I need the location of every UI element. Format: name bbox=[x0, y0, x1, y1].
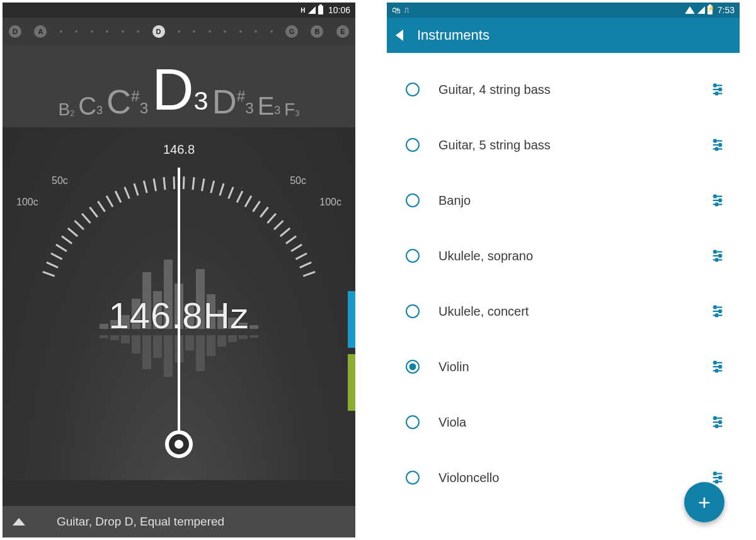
meter-tick bbox=[236, 191, 243, 203]
string-gap-dot bbox=[193, 30, 195, 33]
string-gap-dot bbox=[60, 30, 62, 33]
meter-tick bbox=[303, 271, 316, 277]
svg-rect-40 bbox=[719, 421, 721, 423]
svg-rect-41 bbox=[716, 425, 718, 428]
radio-button[interactable] bbox=[406, 83, 420, 96]
needle-pivot bbox=[165, 430, 193, 458]
meter-tick bbox=[115, 191, 122, 203]
instrument-label: Viola bbox=[438, 415, 711, 430]
svg-rect-4 bbox=[719, 88, 721, 91]
tune-icon[interactable] bbox=[711, 193, 724, 207]
instrument-row[interactable]: Ukulele, concert bbox=[387, 284, 740, 339]
radio-button[interactable] bbox=[406, 471, 420, 485]
cent-label-right-50: 50c bbox=[290, 175, 306, 187]
note-adjacent[interactable]: E3 bbox=[258, 93, 281, 118]
page-title: Instruments bbox=[417, 27, 490, 43]
radio-button[interactable] bbox=[406, 249, 420, 263]
plus-icon: + bbox=[698, 491, 711, 513]
instrument-row[interactable]: Ukulele, soprano bbox=[387, 228, 740, 284]
note-adjacent[interactable]: C3 bbox=[78, 93, 103, 118]
tuning-meter: 146.8 100c 50c 50c 100c 146.8Hz bbox=[3, 127, 355, 480]
instrument-list[interactable]: Guitar, 4 string bassGuitar, 5 string ba… bbox=[387, 53, 740, 514]
string-dot[interactable]: D bbox=[152, 25, 165, 38]
string-gap-dot bbox=[75, 30, 77, 33]
tune-icon[interactable] bbox=[711, 415, 724, 429]
note-adjacent[interactable]: F3 bbox=[284, 101, 299, 118]
tune-icon[interactable] bbox=[711, 249, 724, 263]
status-time: 10:06 bbox=[328, 5, 350, 15]
meter-tick bbox=[106, 195, 114, 207]
meter-tick bbox=[219, 183, 224, 196]
battery-icon bbox=[318, 6, 323, 14]
tune-icon[interactable] bbox=[711, 304, 724, 318]
string-gap-dot bbox=[270, 30, 273, 33]
svg-rect-5 bbox=[716, 93, 718, 95]
tune-icon[interactable] bbox=[711, 83, 724, 96]
instrument-label: Ukulele, concert bbox=[438, 304, 711, 319]
meter-tick bbox=[74, 220, 84, 230]
tune-icon[interactable] bbox=[711, 360, 724, 374]
instrument-label: Guitar, 4 string bass bbox=[438, 83, 711, 97]
instrument-row[interactable]: Guitar, 5 string bass bbox=[387, 117, 740, 173]
meter-tick bbox=[201, 178, 205, 191]
svg-rect-23 bbox=[716, 259, 718, 261]
note-scroll[interactable]: B2C3C#3D3D#3E3F3 bbox=[3, 45, 355, 127]
radio-button[interactable] bbox=[406, 360, 420, 374]
radio-button[interactable] bbox=[406, 193, 420, 207]
instrument-label: Guitar, 5 string bass bbox=[438, 138, 711, 152]
string-gap-dot bbox=[137, 30, 139, 33]
string-dot[interactable]: D bbox=[9, 25, 21, 38]
string-gap-dot bbox=[91, 30, 93, 33]
add-instrument-fab[interactable]: + bbox=[684, 482, 724, 522]
meter-tick bbox=[81, 213, 91, 224]
network-type: H bbox=[301, 7, 306, 14]
battery-charging-icon bbox=[707, 6, 713, 14]
instrument-row[interactable]: Banjo bbox=[387, 173, 740, 228]
string-gap-dot bbox=[209, 30, 211, 33]
briefcase-icon: 🛍 bbox=[392, 5, 401, 15]
radio-button[interactable] bbox=[406, 415, 420, 429]
meter-tick bbox=[123, 187, 130, 199]
note-adjacent[interactable]: D#3 bbox=[212, 84, 254, 118]
instrument-row[interactable]: Guitar, 4 string bass bbox=[387, 62, 740, 117]
back-icon[interactable] bbox=[396, 30, 403, 41]
status-time: 7:53 bbox=[718, 5, 735, 15]
cent-label-right-100: 100c bbox=[319, 197, 341, 208]
radio-button[interactable] bbox=[406, 138, 420, 152]
meter-tick bbox=[143, 180, 148, 193]
signal-icon bbox=[308, 6, 316, 14]
note-adjacent[interactable]: C#3 bbox=[106, 84, 148, 118]
meter-tick bbox=[273, 220, 284, 230]
tune-icon[interactable] bbox=[711, 471, 724, 485]
tuner-screen: H 10:06 DADGBE B2C3C#3D3D#3E3F3 146.8 10… bbox=[3, 3, 355, 537]
side-tab-green[interactable] bbox=[348, 354, 355, 411]
note-current[interactable]: D3 bbox=[152, 60, 208, 118]
meter-tick bbox=[290, 244, 302, 252]
svg-rect-22 bbox=[719, 255, 721, 257]
note-adjacent[interactable]: B2 bbox=[59, 101, 75, 118]
string-dot[interactable]: B bbox=[311, 25, 323, 38]
svg-rect-15 bbox=[714, 195, 716, 198]
radio-button[interactable] bbox=[406, 304, 420, 318]
instruments-screen: 🛍 ⎍ 7:53 Instruments Guitar, 4 string ba… bbox=[387, 3, 740, 537]
svg-rect-10 bbox=[719, 144, 721, 146]
tuning-preset-bar[interactable]: Guitar, Drop D, Equal tempered bbox=[3, 506, 355, 537]
meter-tick bbox=[42, 271, 55, 277]
string-dot[interactable]: G bbox=[285, 25, 298, 38]
side-tab-blue[interactable] bbox=[348, 291, 355, 348]
tune-icon[interactable] bbox=[711, 138, 724, 152]
instrument-label: Banjo bbox=[438, 193, 711, 208]
instrument-row[interactable]: Violin bbox=[387, 339, 740, 394]
meter-tick bbox=[252, 200, 261, 212]
svg-rect-45 bbox=[714, 473, 716, 475]
instrument-row[interactable]: Viola bbox=[387, 394, 740, 450]
meter-tick bbox=[299, 261, 311, 268]
svg-rect-16 bbox=[719, 199, 721, 202]
string-dot[interactable]: A bbox=[34, 25, 47, 38]
meter-tick bbox=[285, 236, 297, 244]
svg-rect-9 bbox=[714, 140, 716, 142]
svg-rect-27 bbox=[714, 306, 716, 309]
string-gap-dot bbox=[255, 30, 257, 33]
meter-tick bbox=[46, 261, 58, 268]
string-dot[interactable]: E bbox=[336, 25, 349, 38]
